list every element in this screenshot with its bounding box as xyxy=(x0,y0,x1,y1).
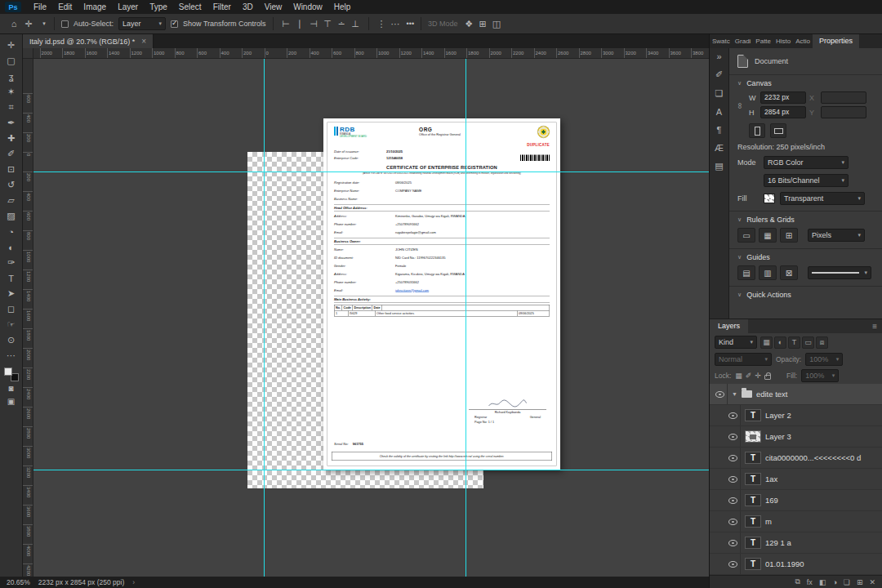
layer-thumbnail[interactable] xyxy=(745,494,761,506)
character-panel-icon[interactable]: A xyxy=(716,107,722,117)
lock-position-icon[interactable]: ✛ xyxy=(755,372,761,380)
layer-name[interactable]: 129 1 a xyxy=(765,538,879,547)
link-layers-icon[interactable]: ⧉ xyxy=(795,577,800,586)
visibility-eye-icon[interactable] xyxy=(728,519,737,525)
move-tool-options-icon[interactable]: ✛ xyxy=(21,19,36,29)
foreground-color-swatch[interactable] xyxy=(4,368,12,376)
fill-field[interactable]: 100% ▾ xyxy=(801,369,839,382)
clone-stamp-tool[interactable]: ⊡ xyxy=(2,162,20,177)
brush-settings-panel-icon[interactable]: ✐ xyxy=(715,69,723,80)
ruler-units-dropdown[interactable]: Pixels ▾ xyxy=(808,229,865,242)
vertical-guide[interactable] xyxy=(466,59,466,577)
visibility-eye-icon[interactable] xyxy=(728,540,737,546)
blend-mode-dropdown[interactable]: Normal ▾ xyxy=(715,353,772,366)
menu-item[interactable]: 3D xyxy=(237,0,259,14)
type-tool[interactable]: T xyxy=(2,270,20,286)
guide-style-dropdown[interactable]: ▾ xyxy=(808,266,871,279)
canvas-x-field[interactable] xyxy=(821,91,866,104)
crop-tool[interactable]: ⌗ xyxy=(2,100,20,115)
align-center-h-icon[interactable]: ∣ xyxy=(294,19,306,29)
clone-source-panel-icon[interactable]: ❏ xyxy=(715,88,724,99)
layer-name[interactable]: 1ax xyxy=(765,474,879,483)
healing-brush-tool[interactable]: ✚ xyxy=(2,131,20,146)
home-icon[interactable]: ⌂ xyxy=(7,19,21,29)
document-tab[interactable]: Italy id.psd @ 20.7% (RGB/16) * × xyxy=(23,34,154,48)
m[interactable]: ▼ m xyxy=(710,511,882,532)
menu-item[interactable]: File xyxy=(28,0,52,14)
collapse-panels-icon[interactable]: » xyxy=(716,51,721,61)
status-options-icon[interactable]: › xyxy=(132,578,135,586)
visibility-eye-icon[interactable] xyxy=(728,434,737,440)
cita0000000...<<<<<<<<0 d[interactable]: ▼ cita0000000...<<<<<<<<0 d xyxy=(710,448,882,469)
panel-tab[interactable]: Histo xyxy=(773,34,793,48)
align-top-icon[interactable]: ⊤ xyxy=(322,19,334,29)
close-tab-icon[interactable]: × xyxy=(141,37,146,46)
pen-tool[interactable]: ✑ xyxy=(2,255,20,270)
menu-item[interactable]: Image xyxy=(78,0,112,14)
guides-header[interactable]: ∨ Guides xyxy=(737,253,874,261)
filter-type-layers-icon[interactable]: T xyxy=(788,336,800,349)
toggle-grid-icon[interactable]: ▦ xyxy=(759,228,777,243)
ruler-horizontal[interactable]: 2200200018001600140012001000800600400200… xyxy=(33,48,709,59)
tab-properties[interactable]: Properties xyxy=(813,34,859,48)
ruler-vertical[interactable]: 6004002000200400600800100012001400160018… xyxy=(23,59,33,577)
magic-wand-tool[interactable]: ✶ xyxy=(2,84,20,100)
auto-select-checkbox[interactable] xyxy=(61,20,69,28)
color-mode-dropdown[interactable]: RGB Color ▾ xyxy=(764,156,849,169)
menu-item[interactable]: Layer xyxy=(112,0,144,14)
tab-layers[interactable]: Layers xyxy=(710,319,748,333)
distribute-v-icon[interactable]: ⋮ xyxy=(376,19,388,29)
filter-shape-layers-icon[interactable]: ▭ xyxy=(802,336,814,349)
menu-item[interactable]: Window xyxy=(287,0,328,14)
169[interactable]: ▼ 169 xyxy=(710,490,882,511)
lock-pixels-icon[interactable]: ✐ xyxy=(746,372,752,380)
snap-icon[interactable]: ⊞ xyxy=(780,228,798,243)
zoom-tool[interactable]: ⊙ xyxy=(2,332,20,348)
brush-tool[interactable]: ✐ xyxy=(2,146,20,162)
toggle-rulers-icon[interactable]: ▭ xyxy=(737,228,755,243)
canvas-height-field[interactable]: 2854 px xyxy=(760,106,806,118)
lock-all-icon[interactable] xyxy=(764,375,771,380)
canvas-width-field[interactable]: 2232 px xyxy=(760,91,806,104)
lasso-tool[interactable]: ʓ xyxy=(2,69,20,84)
layer-thumbnail[interactable] xyxy=(745,409,761,421)
lock-guides-icon[interactable]: ▥ xyxy=(759,265,777,280)
libraries-panel-icon[interactable]: ▤ xyxy=(715,161,723,172)
show-transform-controls-checkbox[interactable] xyxy=(171,20,178,28)
glyphs-panel-icon[interactable]: Æ xyxy=(715,143,724,153)
canvas-y-field[interactable] xyxy=(821,106,866,118)
visibility-eye-icon[interactable] xyxy=(728,455,737,461)
layer-name[interactable]: Layer 3 xyxy=(765,432,879,441)
Layer 2[interactable]: ▼ Layer 2 xyxy=(710,405,882,426)
history-brush-tool[interactable]: ↺ xyxy=(2,177,20,193)
layer-name[interactable]: edite text xyxy=(756,390,879,399)
visibility-eye-icon[interactable] xyxy=(715,391,724,398)
layer-name[interactable]: Layer 2 xyxy=(765,411,879,420)
toggle-guides-icon[interactable]: ▤ xyxy=(737,265,755,280)
eyedropper-tool[interactable]: ✒ xyxy=(2,115,20,131)
menu-item[interactable]: Select xyxy=(173,0,207,14)
zoom-level-field[interactable]: 20.65% xyxy=(7,578,30,586)
filter-pixel-layers-icon[interactable]: ▦ xyxy=(760,336,773,349)
canvas-section-header[interactable]: ∨ Canvas xyxy=(737,79,874,87)
visibility-eye-icon[interactable] xyxy=(728,497,737,504)
layer-thumbnail[interactable] xyxy=(745,430,761,443)
129 1 a[interactable]: ▼ 129 1 a xyxy=(710,532,882,554)
horizontal-guide[interactable] xyxy=(33,172,709,172)
layer-thumbnail[interactable] xyxy=(745,537,761,549)
move-tool[interactable]: ✛ xyxy=(2,38,20,53)
filter-smart-objects-icon[interactable]: ⧈ xyxy=(816,336,828,349)
panel-tab[interactable]: Patte xyxy=(753,34,773,48)
blur-tool[interactable]: ◔ xyxy=(2,224,20,239)
screen-mode-button[interactable]: ▣ xyxy=(2,394,20,408)
new-group-icon[interactable]: ❏ xyxy=(844,578,850,586)
grid-view-icon[interactable]: ⊞ xyxy=(477,19,489,29)
clear-guides-icon[interactable]: ⊠ xyxy=(780,265,798,280)
filter-adjustment-layers-icon[interactable]: ◐ xyxy=(774,336,786,349)
align-left-icon[interactable]: ⊢ xyxy=(280,19,292,29)
layer-name[interactable]: m xyxy=(765,517,879,526)
01.01.1990[interactable]: ▼ 01.01.1990 xyxy=(710,554,882,575)
portrait-orientation-button[interactable] xyxy=(749,123,765,138)
marquee-tool[interactable]: ▢ xyxy=(2,53,20,69)
color-swatches[interactable] xyxy=(4,368,19,381)
